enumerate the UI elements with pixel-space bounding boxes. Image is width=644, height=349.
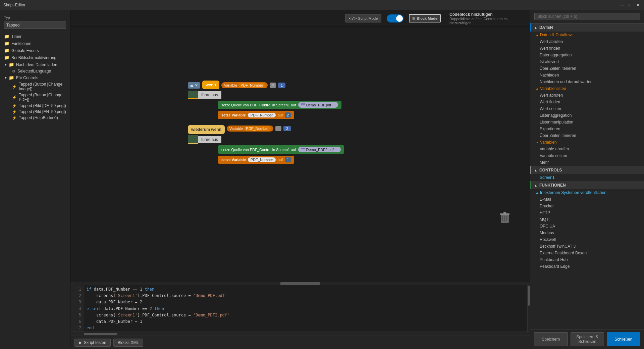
file-pill-1[interactable]: ❝❝ Demo_PDF.pdf ··· bbox=[298, 102, 338, 108]
type-input[interactable] bbox=[4, 21, 66, 29]
panel-item-mehr[interactable]: Mehr bbox=[530, 159, 644, 166]
panel-item-variable-abrufen[interactable]: Variable abrufen bbox=[530, 146, 644, 152]
blocks-xml-button[interactable]: Blocks XML bbox=[113, 339, 143, 347]
block-canvas[interactable]: ☰ ✕ wenn Variable PDF_Number = 1 bbox=[70, 27, 530, 282]
funktionen-section-header[interactable]: ▲ FUNKTIONEN bbox=[530, 181, 644, 189]
file-pill-2[interactable]: ❝❝ Demo_PDF2.pdf ··· bbox=[298, 147, 341, 152]
panel-item-exportieren[interactable]: Exportieren bbox=[530, 126, 644, 132]
code-scrollbar-h[interactable] bbox=[70, 332, 530, 336]
daten-section-header[interactable]: ▲ DATEN bbox=[530, 23, 644, 32]
variable-label: Variable bbox=[224, 83, 237, 87]
panel-item-wert-setzen[interactable]: Wert setzen bbox=[530, 105, 644, 112]
event-icon: ⚡ bbox=[12, 110, 17, 114]
sidebar-item-globale-events[interactable]: 📁 Globale Events bbox=[0, 47, 70, 54]
variable-pill[interactable]: Variable PDF_Number bbox=[221, 82, 268, 88]
action-block-1[interactable]: setze Quelle von PDF_Control in Screen1 … bbox=[218, 101, 341, 109]
num-pill-2[interactable]: 2 bbox=[283, 126, 291, 131]
sidebar-child-tapped-helpbutton[interactable]: ⚡ Tapped (HelpButton0) bbox=[8, 115, 70, 121]
save-close-button[interactable]: Speichern & Schließen bbox=[571, 332, 604, 346]
daten-dataflows-subsection[interactable]: ▲ Daten & Dataflows bbox=[530, 32, 644, 38]
panel-item-wert-abrufen-1[interactable]: Wert abrufen bbox=[530, 38, 644, 45]
sidebar-child-tapped-bild-de[interactable]: ⚡ Tapped (Bild [DE_50.png]) bbox=[8, 103, 70, 109]
trash-icon[interactable] bbox=[500, 211, 510, 225]
mode-toggle[interactable] bbox=[387, 14, 404, 22]
blocks-xml-label: Blocks XML bbox=[118, 340, 139, 345]
sidebar-item-funktionen[interactable]: 📁 Funktionen bbox=[0, 40, 70, 47]
panel-item-email[interactable]: E-Mail bbox=[530, 196, 644, 203]
close-window-button[interactable]: ✕ bbox=[635, 2, 641, 8]
panel-item-nachladen[interactable]: Nachladen bbox=[530, 72, 644, 79]
close-button[interactable]: Schließen bbox=[607, 332, 640, 346]
sidebar-child-tapped-change-image[interactable]: ⚡ Tapped (Button [Change Image]) bbox=[8, 81, 70, 92]
block-search-input[interactable] bbox=[534, 13, 640, 20]
block-handle[interactable]: ☰ ✕ bbox=[188, 82, 200, 89]
variablenlisten-subsection[interactable]: ▲ Variablenlisten bbox=[530, 85, 644, 92]
panel-item-wert-abrufen-2[interactable]: Wert abrufen bbox=[530, 92, 644, 99]
event-icon: ⚡ bbox=[12, 85, 17, 89]
panel-item-listenmanipulation[interactable]: Listenmanipulation bbox=[530, 119, 644, 126]
maximize-button[interactable]: □ bbox=[627, 2, 633, 8]
event-icon: ⚡ bbox=[12, 104, 17, 108]
sidebar-child-selected-language[interactable]: ⚙ SelectedLanguage bbox=[8, 68, 70, 74]
variable-pill-2[interactable]: Variable PDF_Number bbox=[227, 126, 273, 132]
sidebar-item-timer[interactable]: 📁 Timer bbox=[0, 33, 70, 40]
setze-var-row-2: setze Variable PDF_Number auf 1 bbox=[205, 155, 344, 164]
type-label: Typ bbox=[4, 15, 66, 19]
panel-item-datenaggregation[interactable]: Datenaggregation bbox=[530, 52, 644, 58]
wiederum-block[interactable]: wiederum wenn bbox=[188, 125, 225, 134]
eq-label-2: = bbox=[277, 127, 279, 131]
extern-subsection[interactable]: ▲ In externen Systemen veröffentlichen bbox=[530, 189, 644, 196]
script-mode-button[interactable]: </> Script Mode bbox=[345, 14, 381, 22]
panel-item-uber-zeilen-2[interactable]: Über Zeilen iterieren bbox=[530, 132, 644, 139]
minimize-button[interactable]: — bbox=[619, 2, 625, 8]
block-group: ☰ ✕ wenn Variable PDF_Number = 1 bbox=[188, 81, 344, 164]
panel-item-ist-aktiviert[interactable]: Ist aktiviert bbox=[530, 58, 644, 65]
bottom-bar: ▶ Skript testen Blocks XML bbox=[70, 336, 530, 349]
panel-item-peakboard-hub[interactable]: Peakboard Hub bbox=[530, 256, 644, 263]
panel-item-nachladen-warten[interactable]: Nachladen und darauf warten bbox=[530, 79, 644, 85]
panel-item-mqtt[interactable]: MQTT bbox=[530, 216, 644, 223]
setze-var-block-2[interactable]: setze Variable PDF_Number auf 1 bbox=[218, 156, 294, 164]
sidebar-child-label: Tapped (Button [Change Image]) bbox=[19, 82, 66, 91]
panel-item-http[interactable]: HTTP bbox=[530, 209, 644, 216]
panel-item-modbus[interactable]: Modbus bbox=[530, 230, 644, 236]
panel-item-rockwell[interactable]: Rockwell bbox=[530, 236, 644, 243]
sidebar-child-tapped-bild-en[interactable]: ⚡ Tapped (Bild [EN_50.png]) bbox=[8, 109, 70, 115]
wenn-block[interactable]: wenn bbox=[202, 81, 219, 89]
action-block-2[interactable]: setze Quelle von PDF_Control in Screen1 … bbox=[218, 145, 344, 154]
panel-item-peakboard-edge[interactable]: Peakboard Edge bbox=[530, 263, 644, 270]
panel-item-drucker[interactable]: Drucker bbox=[530, 203, 644, 209]
setze-var-block-1[interactable]: setze Variable PDF_Number auf 2 bbox=[218, 111, 294, 119]
panel-item-uber-zeilen-1[interactable]: Über Zeilen iterieren bbox=[530, 65, 644, 72]
toolbar: </> Script Mode ⊞ Block Mode Codeblock h… bbox=[70, 10, 530, 27]
code-scrollbar-v[interactable] bbox=[527, 285, 530, 332]
panel-item-opcua[interactable]: OPC UA bbox=[530, 223, 644, 230]
variablen-subsection[interactable]: ▲ Variablen bbox=[530, 139, 644, 146]
funktionen-label: FUNKTIONEN bbox=[539, 183, 566, 188]
panel-item-variable-setzen[interactable]: Variable setzen bbox=[530, 152, 644, 159]
panel-item-wert-finden-1[interactable]: Wert finden bbox=[530, 45, 644, 52]
chevron-icon: ▲ bbox=[536, 87, 539, 90]
sidebar-group-nach-daten[interactable]: ▼ 📁 Nach dem Daten laden bbox=[0, 61, 70, 68]
panel-item-beckhoff[interactable]: Beckhoff TwinCAT 3 bbox=[530, 243, 644, 250]
code-content[interactable]: if data.PDF_Number == 1 then screens['Sc… bbox=[84, 285, 527, 332]
panel-item-listenaggregation[interactable]: Listenaggregation bbox=[530, 112, 644, 119]
sidebar-item-bildschirm[interactable]: 📁 Bei Bildschirmaktivierung bbox=[0, 54, 70, 61]
code-line-1: if data.PDF_Number == 1 then bbox=[87, 286, 525, 293]
sidebar-child-label: Tapped (Bild [EN_50.png]) bbox=[19, 109, 66, 114]
panel-control-screen1[interactable]: Screen1 bbox=[530, 174, 644, 181]
sidebar: Typ 📁 Timer 📁 Funktionen 📁 Globale Event… bbox=[0, 10, 70, 349]
test-skript-button[interactable]: ▶ Skript testen bbox=[74, 339, 111, 347]
save-button[interactable]: Speichern bbox=[534, 332, 568, 346]
controls-section-header[interactable]: ▲ CONTROLS bbox=[530, 166, 644, 174]
sidebar-item-label: Timer bbox=[11, 34, 21, 39]
panel-item-externe-peakboard[interactable]: Externe Peakboard Boxen bbox=[530, 250, 644, 256]
sidebar-child-tapped-change-pdf[interactable]: ⚡ Tapped (Button [Change PDF]) bbox=[8, 92, 70, 103]
panel-item-wert-finden-2[interactable]: Wert finden bbox=[530, 99, 644, 105]
daten-label: DATEN bbox=[539, 25, 553, 30]
fuehre-label-2: führe aus bbox=[201, 137, 218, 142]
fuer-controls-children: ⚡ Tapped (Button [Change Image]) ⚡ Tappe… bbox=[0, 81, 70, 121]
block-mode-button[interactable]: ⊞ Block Mode bbox=[409, 14, 441, 22]
sidebar-group-fuer-controls[interactable]: ▼ 📁 Für Controls bbox=[0, 74, 70, 81]
num-pill-1[interactable]: 1 bbox=[278, 83, 285, 88]
